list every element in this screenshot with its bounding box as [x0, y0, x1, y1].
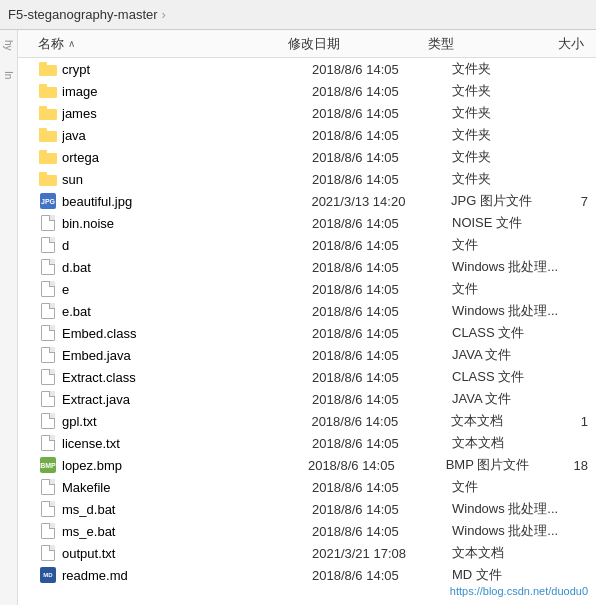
file-name: Embed.class — [62, 326, 312, 341]
file-row[interactable]: james 2018/8/6 14:05 文件夹 — [18, 102, 596, 124]
file-icon — [38, 545, 58, 561]
file-name: Embed.java — [62, 348, 312, 363]
file-icon — [38, 237, 58, 253]
file-type: JAVA 文件 — [452, 346, 582, 364]
breadcrumb-path[interactable]: F5-steganography-master — [8, 7, 158, 22]
file-name: java — [62, 128, 312, 143]
file-type: 文件夹 — [452, 104, 582, 122]
file-name: e — [62, 282, 312, 297]
file-size: 18 — [574, 458, 588, 473]
file-date: 2018/8/6 14:05 — [312, 282, 452, 297]
file-icon — [38, 281, 58, 297]
file-icon — [38, 413, 58, 429]
file-row[interactable]: Embed.java 2018/8/6 14:05 JAVA 文件 — [18, 344, 596, 366]
file-row[interactable]: gpl.txt 2018/8/6 14:05 文本文档 1 — [18, 410, 596, 432]
file-date: 2018/8/6 14:05 — [312, 238, 452, 253]
col-header-name[interactable]: 名称 ∧ — [38, 35, 288, 53]
file-name: output.txt — [62, 546, 312, 561]
file-type: Windows 批处理... — [452, 302, 582, 320]
file-row[interactable]: Makefile 2018/8/6 14:05 文件 — [18, 476, 596, 498]
file-row[interactable]: JPG beautiful.jpg 2021/3/13 14:20 JPG 图片… — [18, 190, 596, 212]
column-headers: 名称 ∧ 修改日期 类型 大小 — [18, 30, 596, 58]
file-icon — [38, 303, 58, 319]
file-size: 1 — [581, 414, 588, 429]
file-row[interactable]: Extract.class 2018/8/6 14:05 CLASS 文件 — [18, 366, 596, 388]
file-type: Windows 批处理... — [452, 522, 582, 540]
file-row[interactable]: java 2018/8/6 14:05 文件夹 — [18, 124, 596, 146]
file-type: 文件 — [452, 478, 582, 496]
sort-arrow-icon: ∧ — [68, 38, 75, 49]
file-name: crypt — [62, 62, 312, 77]
file-date: 2018/8/6 14:05 — [312, 172, 452, 187]
file-row[interactable]: ortega 2018/8/6 14:05 文件夹 — [18, 146, 596, 168]
file-date: 2018/8/6 14:05 — [312, 150, 452, 165]
file-name: sun — [62, 172, 312, 187]
file-date: 2018/8/6 14:05 — [312, 348, 452, 363]
file-row[interactable]: bin.noise 2018/8/6 14:05 NOISE 文件 — [18, 212, 596, 234]
file-row[interactable]: e.bat 2018/8/6 14:05 Windows 批处理... — [18, 300, 596, 322]
file-date: 2018/8/6 14:05 — [312, 62, 452, 77]
file-name: ms_e.bat — [62, 524, 312, 539]
file-row[interactable]: license.txt 2018/8/6 14:05 文本文档 — [18, 432, 596, 454]
watermark: https://blog.csdn.net/duodu0 — [450, 585, 588, 597]
folder-icon — [38, 61, 58, 77]
file-type: 文件夹 — [452, 60, 582, 78]
file-row[interactable]: Extract.java 2018/8/6 14:05 JAVA 文件 — [18, 388, 596, 410]
file-row[interactable]: image 2018/8/6 14:05 文件夹 — [18, 80, 596, 102]
file-type: CLASS 文件 — [452, 368, 582, 386]
file-name: Makefile — [62, 480, 312, 495]
file-date: 2018/8/6 14:05 — [312, 216, 452, 231]
folder-icon — [38, 105, 58, 121]
file-row[interactable]: sun 2018/8/6 14:05 文件夹 — [18, 168, 596, 190]
file-name: d — [62, 238, 312, 253]
file-icon — [38, 523, 58, 539]
folder-icon — [38, 83, 58, 99]
breadcrumb-separator: › — [162, 7, 166, 22]
file-type: 文本文档 — [452, 434, 582, 452]
file-row[interactable]: MD readme.md 2018/8/6 14:05 MD 文件 — [18, 564, 596, 586]
file-name: bin.noise — [62, 216, 312, 231]
file-row[interactable]: ms_d.bat 2018/8/6 14:05 Windows 批处理... — [18, 498, 596, 520]
col-header-size[interactable]: 大小 — [558, 35, 584, 53]
file-type: 文件夹 — [452, 126, 582, 144]
file-icon — [38, 369, 58, 385]
file-type: NOISE 文件 — [452, 214, 582, 232]
file-icon — [38, 435, 58, 451]
bmp-icon: BMP — [38, 457, 58, 473]
file-size: 7 — [581, 194, 588, 209]
file-row[interactable]: output.txt 2021/3/21 17:08 文本文档 — [18, 542, 596, 564]
file-type: Windows 批处理... — [452, 258, 582, 276]
file-row[interactable]: d.bat 2018/8/6 14:05 Windows 批处理... — [18, 256, 596, 278]
file-date: 2018/8/6 14:05 — [311, 414, 451, 429]
file-name: readme.md — [62, 568, 312, 583]
file-row[interactable]: crypt 2018/8/6 14:05 文件夹 — [18, 58, 596, 80]
file-type: 文本文档 — [451, 412, 581, 430]
file-icon — [38, 501, 58, 517]
file-date: 2018/8/6 14:05 — [312, 326, 452, 341]
file-name: image — [62, 84, 312, 99]
col-header-type[interactable]: 类型 — [428, 35, 558, 53]
file-date: 2018/8/6 14:05 — [312, 392, 452, 407]
file-row[interactable]: Embed.class 2018/8/6 14:05 CLASS 文件 — [18, 322, 596, 344]
file-date: 2018/8/6 14:05 — [312, 106, 452, 121]
file-row[interactable]: ms_e.bat 2018/8/6 14:05 Windows 批处理... — [18, 520, 596, 542]
file-icon — [38, 259, 58, 275]
file-type: Windows 批处理... — [452, 500, 582, 518]
file-type: BMP 图片文件 — [446, 456, 574, 474]
folder-icon — [38, 149, 58, 165]
file-name: james — [62, 106, 312, 121]
file-icon — [38, 479, 58, 495]
sidebar-label-hy: hy — [3, 40, 14, 51]
file-date: 2021/3/21 17:08 — [312, 546, 452, 561]
file-date: 2018/8/6 14:05 — [312, 260, 452, 275]
col-header-date[interactable]: 修改日期 — [288, 35, 428, 53]
file-row[interactable]: e 2018/8/6 14:05 文件 — [18, 278, 596, 300]
file-row[interactable]: d 2018/8/6 14:05 文件 — [18, 234, 596, 256]
file-row[interactable]: BMP lopez.bmp 2018/8/6 14:05 BMP 图片文件 18 — [18, 454, 596, 476]
file-type: CLASS 文件 — [452, 324, 582, 342]
file-type: MD 文件 — [452, 566, 582, 584]
file-name: beautiful.jpg — [62, 194, 311, 209]
file-date: 2018/8/6 14:05 — [312, 568, 452, 583]
file-name: lopez.bmp — [62, 458, 308, 473]
file-name: ortega — [62, 150, 312, 165]
